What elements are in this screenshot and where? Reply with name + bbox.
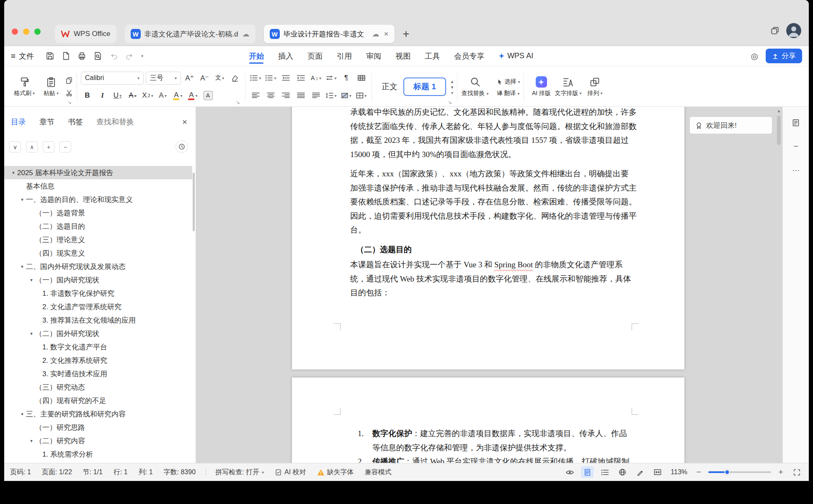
window-arrange-icon[interactable] xyxy=(770,26,779,35)
web-layout-button[interactable] xyxy=(616,466,629,478)
ai-proofread-status[interactable]: AI 校对 xyxy=(275,468,306,477)
toc-item[interactable]: （四）现有研究的不足 xyxy=(4,394,192,407)
close-window-button[interactable] xyxy=(12,28,18,35)
expand-all-button[interactable]: ∧ xyxy=(26,141,38,152)
style-scroll-down-icon[interactable]: ▾ xyxy=(451,85,454,90)
scrollbar-thumb[interactable] xyxy=(777,116,781,145)
arrange-button[interactable]: 排列▾ xyxy=(581,77,608,97)
toc-item[interactable]: 2. 文化推荐系统研究 xyxy=(4,354,192,367)
print-preview-icon[interactable] xyxy=(93,52,102,60)
ribbon-tab-insert[interactable]: 插入 xyxy=(278,46,293,66)
promote-button[interactable]: + xyxy=(43,141,54,152)
page-view-button[interactable] xyxy=(581,466,594,478)
window-tab-doc-1[interactable]: W非遗文化遗产毕设论文-初稿.d☁ xyxy=(125,25,256,43)
fullscreen-button[interactable] xyxy=(790,466,803,478)
pane-tab-find-replace[interactable]: 查找和替换 xyxy=(96,117,134,127)
save-icon[interactable] xyxy=(46,52,54,60)
toc-item[interactable]: （四）现实意义 xyxy=(4,246,192,260)
welcome-back-toast[interactable]: 欢迎回来! xyxy=(689,116,772,134)
document-scrollbar[interactable]: ▲ xyxy=(777,109,781,463)
document-page-2[interactable]: 1.数字化保护：建立完善的非遗项目数据库，实现非遗项目、传承人、作品等信息的数字… xyxy=(292,377,684,463)
toc-item[interactable]: （一）选题背景 xyxy=(4,206,192,220)
toc-item[interactable]: 1. 系统需求分析 xyxy=(4,447,192,461)
spellcheck-status[interactable]: 拼写检查: 打开 ▾ xyxy=(215,468,264,477)
style-heading1-button[interactable]: 标题 1 xyxy=(403,78,446,96)
increase-indent-button[interactable] xyxy=(294,72,307,84)
styles-dialog-launcher-icon[interactable]: ↘ xyxy=(448,99,452,105)
document-page-1[interactable]: 承载着中华民族的历史记忆、文化基因和民族精神。随着现代化进程的加快，许多传统技艺… xyxy=(292,107,684,370)
char-shading-button[interactable]: A xyxy=(201,89,214,102)
strikethrough-button[interactable]: A▾ xyxy=(126,89,139,102)
zoom-value[interactable]: 113% xyxy=(671,468,687,476)
shading-color-button[interactable]: ▾ xyxy=(340,89,353,102)
task-pane-icon[interactable] xyxy=(792,119,800,127)
ribbon-tab-page[interactable]: 页面 xyxy=(307,46,323,66)
numbered-list-button[interactable]: ▾ xyxy=(264,72,277,84)
toc-item[interactable]: ▾2025 届本科毕业论文开题报告 xyxy=(4,166,192,179)
text-direction-button[interactable]: ▾ xyxy=(325,72,338,84)
style-gallery-more-icon[interactable]: ▾ xyxy=(451,90,453,95)
ink-pen-button[interactable] xyxy=(634,466,646,478)
font-name-select[interactable]: Calibri ▾ xyxy=(81,72,144,85)
toc-item[interactable]: 1. 非遗数字化保护研究 xyxy=(4,287,192,300)
font-dialog-launcher-icon[interactable]: ↘ xyxy=(236,99,240,105)
text-layout-button[interactable]: 文字排版▾ xyxy=(555,77,581,97)
toc-item[interactable]: ▾三、主要的研究路线和研究内容 xyxy=(4,407,192,421)
toc-item[interactable]: ▾二、国内外研究现状及发展动态 xyxy=(4,260,192,273)
missing-font-status[interactable]: 缺失字体 xyxy=(317,468,354,477)
distribute-button[interactable] xyxy=(310,89,323,102)
toc-caret-icon[interactable]: ▾ xyxy=(18,197,26,202)
toc-caret-icon[interactable]: ▾ xyxy=(28,277,35,283)
style-scroll-up-icon[interactable]: ▴ xyxy=(451,79,454,84)
file-menu-button[interactable]: ≡ 文件 xyxy=(11,51,34,61)
zoom-in-button[interactable]: + xyxy=(776,468,785,477)
clear-format-button[interactable] xyxy=(228,72,241,84)
toc-item[interactable]: 1. 数字文化遗产平台 xyxy=(4,340,192,354)
paste-button[interactable]: 粘贴▾ xyxy=(38,77,65,97)
find-magnifier-icon[interactable] xyxy=(461,76,488,87)
toc-item[interactable]: （三）理论意义 xyxy=(4,233,192,246)
pane-tab-chapter[interactable]: 章节 xyxy=(39,117,54,127)
toc-caret-icon[interactable]: ▾ xyxy=(18,411,26,417)
ribbon-tab-home[interactable]: 开始 xyxy=(249,46,264,66)
clipboard-dialog-launcher-icon[interactable]: ↘ xyxy=(67,99,72,105)
outline-view-button[interactable] xyxy=(599,466,611,478)
close-pane-icon[interactable]: × xyxy=(182,117,187,127)
pinyin-guide-button[interactable]: 文▾ xyxy=(213,72,226,84)
toc-item[interactable]: （三）研究动态 xyxy=(4,380,192,394)
style-normal-button[interactable]: 正文 xyxy=(376,79,403,95)
italic-button[interactable]: I xyxy=(96,89,109,102)
toc-item[interactable]: ▾一、选题的目的、理论和现实意义 xyxy=(4,193,192,206)
export-pdf-icon[interactable] xyxy=(62,52,70,60)
zoom-slider-thumb[interactable] xyxy=(725,470,730,475)
toc-caret-icon[interactable]: ▾ xyxy=(28,331,35,336)
ribbon-tab-wps-ai[interactable]: WPS AI xyxy=(498,46,533,66)
collapse-strip-icon[interactable]: − xyxy=(794,142,798,151)
grow-font-button[interactable]: A⁺ xyxy=(183,72,196,84)
bold-button[interactable]: B xyxy=(81,89,94,102)
support-icon[interactable]: ◎ xyxy=(751,51,758,61)
ai-layout-button[interactable]: AI 排版 xyxy=(528,76,555,97)
font-color-button[interactable]: A▾ xyxy=(186,89,199,102)
font-size-select[interactable]: 三号 ▾ xyxy=(146,72,181,85)
undo-icon[interactable] xyxy=(109,52,118,60)
cut-icon[interactable] xyxy=(65,89,73,97)
ribbon-tab-reference[interactable]: 引用 xyxy=(337,46,352,66)
print-icon[interactable] xyxy=(77,52,86,60)
zoom-slider[interactable] xyxy=(708,471,771,473)
new-tab-button[interactable]: + xyxy=(403,25,410,43)
toc-caret-icon[interactable]: ▾ xyxy=(28,438,35,444)
toc-item[interactable]: 3. 实时通信技术应用 xyxy=(4,367,192,380)
align-right-button[interactable] xyxy=(279,89,292,102)
line-spacing-button[interactable]: ▾ xyxy=(325,89,338,102)
shrink-font-button[interactable]: A⁻ xyxy=(198,72,211,84)
scroll-up-icon[interactable]: ▲ xyxy=(777,109,781,113)
ribbon-tab-review[interactable]: 审阅 xyxy=(366,46,381,66)
window-tab-doc-2[interactable]: W毕业设计开题报告-非遗文☁× xyxy=(264,25,395,43)
more-tools-icon[interactable]: ⋯ xyxy=(792,166,800,175)
ribbon-tab-view[interactable]: 视图 xyxy=(395,46,410,66)
toc-item[interactable]: 2. 文化遗产管理系统研究 xyxy=(4,300,192,313)
toc-item[interactable]: 3. 推荐算法在文化领域的应用 xyxy=(4,313,192,327)
align-center-button[interactable] xyxy=(264,89,277,102)
align-left-button[interactable] xyxy=(249,89,262,102)
